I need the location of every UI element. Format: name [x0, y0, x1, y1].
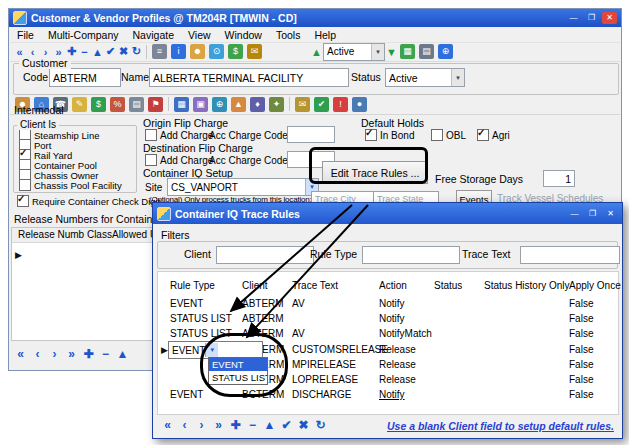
delete-record-icon[interactable]: − [246, 418, 259, 432]
column-action[interactable]: Action [379, 280, 407, 291]
prev-record-icon[interactable]: ‹ [178, 418, 191, 432]
close-icon[interactable]: ✕ [602, 12, 617, 24]
cell-apply-once[interactable]: False [569, 359, 593, 370]
info-icon[interactable]: i [171, 44, 186, 59]
cell-client[interactable]: ABTERM [242, 328, 284, 339]
sort-asc-icon[interactable]: ▲ [310, 46, 323, 58]
table-row[interactable]: EVENT ABTERM AV Notify False [158, 298, 618, 312]
code-field[interactable]: ABTERM [49, 68, 121, 87]
cell-trace-text[interactable]: AV [292, 328, 305, 339]
column-client[interactable]: Client [242, 280, 268, 291]
menu-view[interactable]: View [181, 29, 218, 41]
obl-checkbox[interactable] [431, 129, 443, 141]
last-record-icon[interactable]: » [65, 347, 78, 361]
table-row[interactable]: STATUS LIST ABTERM Notify False [158, 313, 618, 327]
dest-add-charge-checkbox[interactable] [145, 154, 157, 166]
message-icon[interactable]: ✉ [247, 44, 262, 59]
site-select[interactable]: CS_VANPORT ▾ [167, 178, 319, 196]
cell-rule-type[interactable]: EVENT [170, 389, 203, 400]
cancel-record-icon[interactable]: ✖ [297, 418, 310, 432]
chevron-down-icon[interactable]: ▾ [451, 69, 464, 86]
cell-action[interactable]: Release [379, 359, 416, 370]
calendar-icon[interactable]: ▦ [174, 97, 189, 112]
export-icon[interactable]: ▦ [400, 44, 415, 59]
rates-icon[interactable]: % [110, 97, 125, 112]
menu-window[interactable]: Window [218, 29, 269, 41]
cell-client[interactable]: ABTERM [242, 298, 284, 309]
cancel-record-icon[interactable]: ✖ [117, 45, 130, 58]
tools-icon[interactable]: ✦ [269, 97, 284, 112]
first-record-icon[interactable]: « [14, 347, 27, 361]
chevron-down-icon[interactable]: ▾ [371, 44, 384, 60]
security-icon[interactable]: ♦ [250, 97, 265, 112]
menu-multi-company[interactable]: Multi-Company [41, 29, 126, 41]
cell-trace-text[interactable]: LOPRELEASE [292, 374, 358, 385]
filter-trace-text-input[interactable] [520, 246, 620, 264]
cell-rule-type[interactable]: STATUS LIST [170, 328, 232, 339]
dropdown-option-status-list[interactable]: STATUS LIST [209, 371, 267, 384]
cell-apply-once[interactable]: False [569, 328, 593, 339]
list-icon[interactable]: ≡ [152, 44, 167, 59]
cell-action[interactable]: Notify [379, 298, 405, 309]
cell-apply-once[interactable]: False [569, 298, 593, 309]
filter-rule-type-input[interactable] [362, 246, 460, 264]
trace-rules-grid[interactable]: Rule Type Client Trace Text Action Statu… [157, 271, 619, 415]
minimize-icon[interactable]: — [566, 12, 581, 24]
alerts-icon[interactable]: ! [333, 97, 348, 112]
maximize-icon[interactable]: ❐ [585, 208, 600, 220]
cell-apply-once[interactable]: False [569, 389, 593, 400]
in-bond-checkbox[interactable] [365, 129, 377, 141]
chevron-down-icon[interactable]: ▾ [205, 343, 218, 357]
free-storage-field[interactable]: 1 [543, 170, 575, 187]
cell-trace-text[interactable]: AV [292, 298, 305, 309]
next-record-icon[interactable]: › [39, 46, 52, 58]
name-field[interactable]: ALBERTA TERMINAL FACILITY [149, 68, 349, 87]
insert-record-icon[interactable]: ✚ [82, 347, 95, 361]
cell-apply-once[interactable]: False [569, 313, 593, 324]
edit-record-icon[interactable]: ▲ [91, 46, 104, 58]
refresh-icon[interactable]: ↻ [314, 418, 327, 432]
next-record-icon[interactable]: › [48, 347, 61, 361]
cell-apply-once[interactable]: False [569, 374, 593, 385]
prev-record-icon[interactable]: ‹ [26, 46, 39, 58]
edit-trace-rules-button[interactable]: Edit Trace Rules ... [322, 161, 428, 184]
mail-icon[interactable]: ✉ [295, 97, 310, 112]
cell-client[interactable]: BCTERM [242, 389, 284, 400]
require-check-digit-checkbox[interactable] [17, 195, 29, 207]
cell-trace-text[interactable]: DISCHARGE [292, 389, 351, 400]
column-rule-type[interactable]: Rule Type [170, 280, 215, 291]
insert-record-icon[interactable]: ✚ [229, 418, 242, 432]
first-record-icon[interactable]: « [161, 418, 174, 432]
table-row[interactable]: STATUS LIST ABTERM AV NotifyMatch False [158, 328, 618, 342]
contacts-icon[interactable]: ☻ [190, 44, 205, 59]
cell-action[interactable]: Release [379, 374, 416, 385]
column-release-numb-class[interactable]: Release Numb Class [18, 229, 112, 240]
edit-record-icon[interactable]: ▲ [116, 347, 129, 361]
agri-checkbox[interactable] [477, 129, 489, 141]
edit-notes-icon[interactable]: ✎ [72, 97, 87, 112]
cell-action-focused[interactable]: Notify [379, 389, 405, 400]
flag-icon[interactable]: ⚑ [148, 97, 163, 112]
delete-record-icon[interactable]: − [99, 347, 112, 361]
cell-rule-type[interactable]: EVENT [170, 298, 203, 309]
web-icon[interactable]: ⊕ [212, 97, 227, 112]
close-icon[interactable]: ✕ [603, 208, 618, 220]
clock-icon[interactable]: ⊙ [209, 44, 224, 59]
equipment-icon[interactable]: ▣ [193, 97, 208, 112]
sort-desc-icon[interactable]: ▼ [385, 46, 398, 58]
documents-icon[interactable]: ▤ [129, 97, 144, 112]
customer-status-select[interactable]: Active ▾ [385, 68, 465, 87]
table-row[interactable]: EVENT BCTERM DISCHARGE Notify False [158, 389, 618, 403]
status-filter-select[interactable]: Active ▾ [323, 43, 385, 61]
cell-apply-once[interactable]: False [569, 344, 593, 355]
approve-icon[interactable]: ✔ [314, 97, 329, 112]
next-record-icon[interactable]: › [195, 418, 208, 432]
cell-action[interactable]: Release [379, 344, 416, 355]
cell-trace-text[interactable]: MPIRELEASE [292, 359, 356, 370]
minimize-icon[interactable]: — [567, 208, 582, 220]
origin-acc-code-field[interactable] [287, 126, 335, 143]
last-record-icon[interactable]: » [52, 46, 65, 58]
post-record-icon[interactable]: ✔ [280, 418, 293, 432]
stats-icon[interactable]: ▲ [231, 97, 246, 112]
cell-rule-type[interactable]: STATUS LIST [170, 313, 232, 324]
